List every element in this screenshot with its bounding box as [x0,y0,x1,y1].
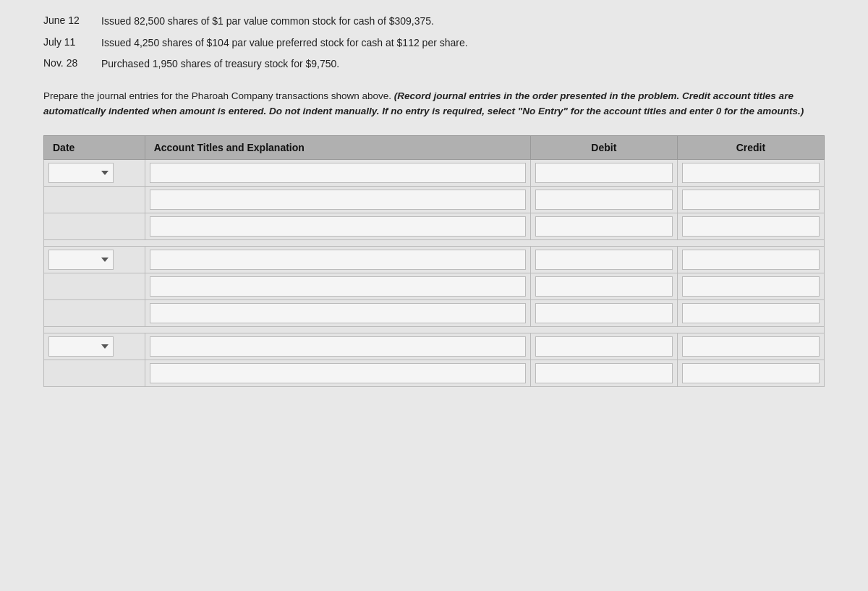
group-separator-2 [44,326,825,333]
table-header-row: Date Account Titles and Explanation Debi… [44,135,825,159]
account-cell-1-3 [145,213,530,239]
date-cell-2-1: June 12 July 11 Nov. 28 [44,246,145,273]
journal-table: Date Account Titles and Explanation Debi… [43,135,825,387]
debit-cell-2-1 [530,246,677,273]
debit-input-1-3[interactable] [535,216,673,237]
credit-input-2-1[interactable] [682,250,820,270]
debit-input-3-1[interactable] [535,336,673,357]
account-cell-2-3 [145,299,530,326]
credit-input-3-1[interactable] [682,336,820,357]
date-cell-2-2 [44,273,145,299]
debit-input-1-2[interactable] [535,190,673,210]
transaction-desc-1: Issued 82,500 shares of $1 par value com… [101,14,434,29]
credit-input-1-1[interactable] [682,163,820,183]
transaction-row-1: June 12 Issued 82,500 shares of $1 par v… [43,14,825,29]
account-input-1-1[interactable] [150,163,526,183]
date-cell-2-3 [44,299,145,326]
account-input-2-3[interactable] [150,303,526,323]
transaction-row-2: July 11 Issued 4,250 shares of $104 par … [43,36,825,51]
account-cell-1-1 [145,159,530,186]
table-row: June 12 July 11 Nov. 28 [44,246,825,273]
page-container: June 12 Issued 82,500 shares of $1 par v… [0,0,868,591]
credit-cell-3-2 [677,360,824,386]
date-dropdown-2[interactable]: June 12 July 11 Nov. 28 [48,250,114,270]
transaction-row-3: Nov. 28 Purchased 1,950 shares of treasu… [43,57,825,72]
transaction-date-3: Nov. 28 [43,57,101,69]
debit-input-3-2[interactable] [535,363,673,383]
instructions-part1: Prepare the journal entries for the Phar… [43,90,394,101]
account-cell-2-2 [145,273,530,299]
account-cell-3-1 [145,333,530,360]
table-row [44,186,825,213]
group-separator-1 [44,239,825,246]
debit-cell-2-2 [530,273,677,299]
credit-input-2-2[interactable] [682,276,820,297]
date-cell-1-2 [44,186,145,213]
date-dropdown-3[interactable]: June 12 July 11 Nov. 28 [48,336,114,357]
debit-cell-1-3 [530,213,677,239]
credit-cell-1-1 [677,159,824,186]
debit-cell-1-1 [530,159,677,186]
account-input-1-3[interactable] [150,216,526,237]
credit-cell-3-1 [677,333,824,360]
credit-cell-2-2 [677,273,824,299]
date-dropdown-1[interactable]: June 12 July 11 Nov. 28 [48,163,114,183]
debit-cell-1-2 [530,186,677,213]
table-row [44,213,825,239]
col-header-account: Account Titles and Explanation [145,135,530,159]
debit-input-2-2[interactable] [535,276,673,297]
account-cell-1-2 [145,186,530,213]
debit-cell-3-1 [530,333,677,360]
transaction-desc-3: Purchased 1,950 shares of treasury stock… [101,57,339,72]
date-cell-3-2 [44,360,145,386]
col-header-date: Date [44,135,145,159]
col-header-credit: Credit [677,135,824,159]
credit-input-1-2[interactable] [682,190,820,210]
date-cell-3-1: June 12 July 11 Nov. 28 [44,333,145,360]
credit-cell-2-3 [677,299,824,326]
account-input-2-2[interactable] [150,276,526,297]
transaction-date-1: June 12 [43,14,101,26]
credit-cell-1-3 [677,213,824,239]
transaction-desc-2: Issued 4,250 shares of $104 par value pr… [101,36,468,51]
table-row [44,273,825,299]
debit-cell-3-2 [530,360,677,386]
instructions: Prepare the journal entries for the Phar… [43,89,825,119]
credit-cell-1-2 [677,186,824,213]
account-input-2-1[interactable] [150,250,526,270]
date-cell-1-1: June 12 July 11 Nov. 28 [44,159,145,186]
transactions-list: June 12 Issued 82,500 shares of $1 par v… [43,14,825,72]
credit-cell-2-1 [677,246,824,273]
debit-input-2-1[interactable] [535,250,673,270]
table-row: June 12 July 11 Nov. 28 [44,333,825,360]
table-row: June 12 July 11 Nov. 28 [44,159,825,186]
transaction-date-2: July 11 [43,36,101,48]
debit-input-2-3[interactable] [535,303,673,323]
col-header-debit: Debit [530,135,677,159]
date-cell-1-3 [44,213,145,239]
debit-cell-2-3 [530,299,677,326]
credit-input-1-3[interactable] [682,216,820,237]
credit-input-3-2[interactable] [682,363,820,383]
account-cell-2-1 [145,246,530,273]
account-input-1-2[interactable] [150,190,526,210]
table-row [44,360,825,386]
account-cell-3-2 [145,360,530,386]
account-input-3-2[interactable] [150,363,526,383]
debit-input-1-1[interactable] [535,163,673,183]
account-input-3-1[interactable] [150,336,526,357]
table-row [44,299,825,326]
credit-input-2-3[interactable] [682,303,820,323]
